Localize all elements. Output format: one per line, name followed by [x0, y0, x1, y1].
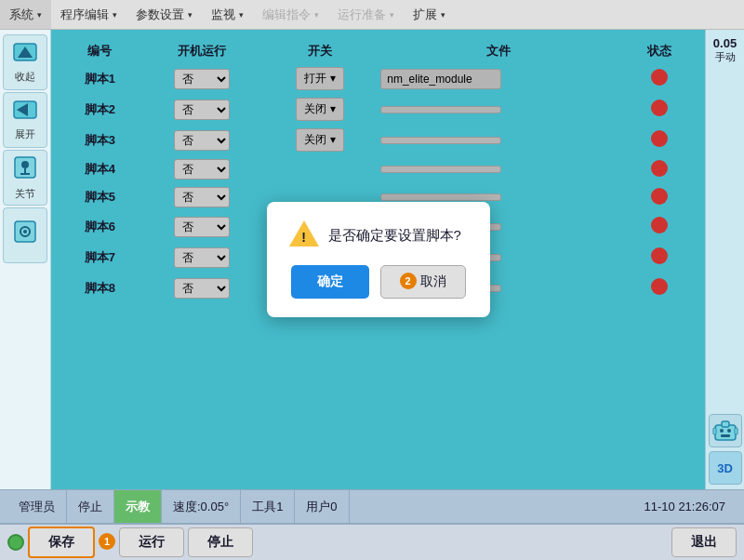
modal-buttons: 确定 2 取消: [289, 265, 468, 299]
chevron-down-icon: ▾: [239, 10, 244, 20]
run-button[interactable]: 运行: [119, 527, 184, 557]
modal-message: 是否确定要设置脚本?: [328, 227, 461, 245]
svg-point-5: [21, 161, 29, 168]
sidebar-btn-gear[interactable]: [3, 207, 47, 263]
robot-icon-button[interactable]: [709, 414, 742, 447]
expand-icon: [12, 100, 38, 125]
exit-button[interactable]: 退出: [671, 527, 737, 557]
svg-rect-15: [721, 434, 730, 437]
sidebar-label-expand: 展开: [15, 127, 35, 141]
menu-system[interactable]: 系统 ▾: [0, 0, 51, 29]
modal-warning-row: ! 是否确定要设置脚本?: [289, 220, 468, 250]
chevron-down-icon: ▾: [314, 10, 319, 20]
collapse-icon: [12, 42, 38, 67]
mode-status: 示教: [114, 490, 162, 523]
sidebar-btn-expand[interactable]: 展开: [3, 92, 47, 148]
menu-param-settings[interactable]: 参数设置 ▾: [126, 0, 202, 29]
datetime-status: 11-10 21:26:07: [633, 490, 737, 523]
chevron-down-icon: ▾: [390, 10, 394, 20]
sidebar-btn-collapse[interactable]: 收起: [3, 34, 47, 90]
confirm-dialog: ! 是否确定要设置脚本? 确定 2 取消: [267, 202, 490, 317]
run-badge: 1: [99, 533, 115, 550]
speed-status: 速度:0.05°: [162, 490, 241, 523]
gear-icon: [12, 220, 38, 248]
chevron-down-icon: ▾: [113, 10, 117, 20]
speed-value-display: 0.05 手动: [711, 34, 738, 66]
svg-rect-12: [722, 421, 729, 427]
menu-edit-cmd[interactable]: 编辑指令 ▾: [253, 0, 328, 29]
left-sidebar: 收起 展开 关节: [0, 30, 51, 489]
menu-extend[interactable]: 扩展 ▾: [404, 0, 455, 29]
modal-confirm-button[interactable]: 确定: [291, 265, 369, 299]
svg-rect-16: [713, 428, 716, 434]
sidebar-btn-joint[interactable]: 关节: [3, 150, 47, 206]
modal-cancel-button[interactable]: 2 取消: [380, 265, 466, 299]
status-bar: 管理员 停止 示教 速度:0.05° 工具1 用户0 11-10 21:26:0…: [0, 489, 744, 523]
chevron-down-icon: ▾: [441, 10, 445, 20]
top-menu-bar: 系统 ▾ 程序编辑 ▾ 参数设置 ▾ 监视 ▾ 编辑指令 ▾ 运行准备 ▾ 扩展…: [0, 0, 744, 30]
3d-view-button[interactable]: 3D: [709, 451, 742, 485]
menu-monitor[interactable]: 监视 ▾: [202, 0, 253, 29]
sidebar-label-joint: 关节: [15, 187, 35, 201]
menu-run-prep[interactable]: 运行准备 ▾: [328, 0, 404, 29]
sidebar-label-collapse: 收起: [15, 70, 35, 84]
content-area: 编号 开机运行 开关 文件 状态 脚本1否打开 ▾nm_elite_module…: [51, 30, 705, 489]
status-circle-indicator: [7, 534, 24, 551]
chevron-down-icon: ▾: [37, 10, 42, 20]
svg-point-10: [23, 230, 27, 233]
warning-icon: !: [289, 220, 319, 250]
menu-program-edit[interactable]: 程序编辑 ▾: [51, 0, 126, 29]
modal-overlay: ! 是否确定要设置脚本? 确定 2 取消: [51, 30, 705, 489]
chevron-down-icon: ▾: [188, 10, 193, 20]
save-button[interactable]: 保存: [28, 527, 95, 558]
main-layout: 收起 展开 关节: [0, 30, 744, 489]
cancel-badge: 2: [400, 273, 417, 289]
admin-status: 管理员: [7, 490, 67, 523]
action-bar: 保存 1 运行 停止 退出: [0, 523, 744, 560]
svg-point-13: [720, 429, 724, 433]
tool-status: 工具1: [241, 490, 295, 523]
right-sidebar: 0.05 手动 3D: [705, 30, 744, 489]
user-status: 用户0: [295, 490, 349, 523]
stop-status: 停止: [67, 490, 114, 523]
stop-button[interactable]: 停止: [188, 527, 253, 557]
svg-rect-17: [735, 428, 737, 434]
joint-icon: [12, 155, 38, 184]
svg-point-14: [727, 429, 731, 433]
